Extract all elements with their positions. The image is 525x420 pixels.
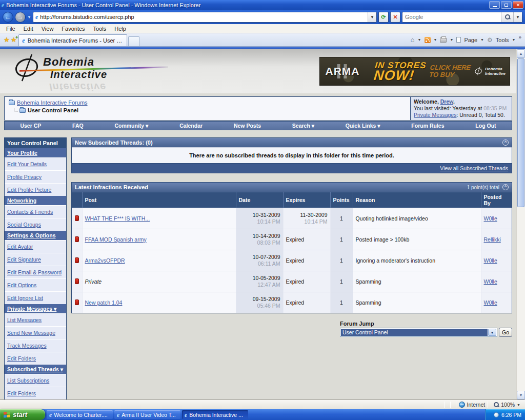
print-dropdown-icon[interactable]: ▼ [450,38,453,42]
sidebar-section-networking[interactable]: Networking [5,196,66,205]
sidebar-item-social-groups[interactable]: Social Groups [5,218,66,231]
tray-volume-icon[interactable] [494,412,499,417]
history-dropdown-icon[interactable]: ▼ [27,15,31,19]
sidebar-section-settings-options[interactable]: Settings & Options [5,231,66,240]
nav-search[interactable]: Search ▾ [292,123,314,129]
sidebar-item-edit-signature[interactable]: Edit Signature [5,253,66,266]
posted-by-link[interactable]: W0lle [484,299,497,306]
tools-menu-button[interactable]: Tools [496,37,509,43]
address-dropdown-button[interactable]: ▼ [368,12,376,22]
sidebar-item-edit-folders-sub[interactable]: Edit Folders [5,387,66,399]
scroll-up-button[interactable]: ▲ [517,49,525,58]
vertical-scrollbar[interactable]: ▲ ▼ [516,49,525,399]
url-text[interactable]: http://forums.bistudio.com/usercp.php [40,14,366,20]
sidebar-item-edit-ignore-list[interactable]: Edit Ignore List [5,291,66,304]
menu-file[interactable]: File [2,26,19,32]
taskbar-item-arma-video[interactable]: eArma II User Video T... [114,410,180,419]
page-dropdown-icon[interactable]: ▼ [480,38,484,42]
posted-by-link[interactable]: Rellikki [484,236,501,243]
sidebar-item-contacts-friends[interactable]: Contacts & Friends [5,205,66,218]
forward-button[interactable]: → [15,12,26,23]
search-input[interactable] [402,14,501,20]
tools-dropdown-icon[interactable]: ▼ [512,38,516,42]
home-dropdown-icon[interactable]: ▼ [418,38,421,42]
nav-newposts[interactable]: New Posts [234,123,261,129]
sidebar-section-your-profile[interactable]: Your Profile [5,148,66,157]
scroll-down-button[interactable]: ▼ [517,391,525,399]
restore-button[interactable] [501,1,512,9]
taskbar-item-bohemia[interactable]: eBohemia Interactive ... [182,410,248,419]
zoom-control[interactable]: 100% ▼ [491,402,523,408]
posted-by-link[interactable]: W0lle [484,257,497,264]
start-button[interactable]: start [0,409,45,420]
posted-by-link[interactable]: W0lle [484,278,497,285]
sidebar-section-private-messages[interactable]: Private Messages ▾ [5,304,66,313]
taskbar-item-charter[interactable]: eWelcome to Charter.... [47,410,113,419]
post-link[interactable]: FFAA MOD Spanish army [85,236,147,243]
menu-help[interactable]: Help [110,26,130,32]
tab-active[interactable]: e Bohemia Interactive Forums - User Cont… [18,34,127,46]
scrollbar-thumb[interactable] [517,58,524,207]
sidebar-item-edit-profile-picture[interactable]: Edit Profile Picture [5,183,66,196]
favicon-icon: e [35,14,38,20]
private-messages-link[interactable]: Private Messages [414,112,456,118]
post-link[interactable]: New patch 1.04 [85,299,123,306]
username-link[interactable]: Drew [440,98,453,105]
toolbar-overflow-icon[interactable]: » [518,34,521,40]
post-link[interactable]: WHAT THE F*** IS WITH... [85,215,150,222]
sidebar-item-track-messages[interactable]: Track Messages [5,339,66,352]
search-dropdown-button[interactable]: ▼ [513,12,522,22]
nav-usercp[interactable]: User CP [20,123,41,129]
zoom-dropdown-icon[interactable]: ▼ [517,403,520,407]
print-icon[interactable] [440,37,447,43]
go-button[interactable]: Go [499,328,512,337]
nav-calendar[interactable]: Calendar [179,123,203,129]
refresh-button[interactable]: ⟳ [378,12,389,23]
sidebar-item-edit-folders-pm[interactable]: Edit Folders [5,352,66,365]
add-favorite-icon[interactable]: ★ [11,36,17,44]
posted-by-link[interactable]: W0lle [484,215,497,222]
sidebar-item-list-messages[interactable]: List Messages [5,313,66,326]
new-tab-button[interactable] [128,36,139,46]
search-box[interactable]: ▼ [402,12,522,23]
sidebar-item-list-subscriptions[interactable]: List Subscriptions [5,374,66,387]
minimize-button[interactable] [489,1,500,9]
sidebar-item-edit-details[interactable]: Edit Your Details [5,157,66,170]
view-all-subscribed-link[interactable]: View all Subscribed Threads [440,165,508,171]
menu-favorites[interactable]: Favorites [57,26,89,32]
sidebar-item-profile-privacy[interactable]: Profile Privacy [5,170,66,183]
nav-logout[interactable]: Log Out [475,123,496,129]
home-icon[interactable]: ⌂ [411,36,415,44]
chevron-down-icon[interactable]: ▼ [488,329,496,336]
page-menu-button[interactable]: Page [464,37,477,43]
search-button[interactable] [501,12,513,22]
site-logo[interactable]: Bohemia Interactive [13,53,107,82]
close-button[interactable]: ✕ [513,1,523,9]
collapse-icon[interactable]: ^ [502,184,509,190]
nav-quicklinks[interactable]: Quick Links ▾ [346,123,380,129]
nav-forumrules[interactable]: Forum Rules [411,123,444,129]
collapse-icon[interactable]: ^ [502,139,509,146]
sidebar-item-edit-options[interactable]: Edit Options [5,278,66,291]
nav-faq[interactable]: FAQ [72,123,84,129]
address-field[interactable]: e http://forums.bistudio.com/usercp.php … [33,12,377,23]
arma2-banner-ad[interactable]: II ARMA IN STORES NOW! CLICK HERE TO BUY [319,57,510,86]
stop-button[interactable]: ✕ [390,12,400,23]
sidebar-item-edit-avatar[interactable]: Edit Avatar [5,240,66,253]
rss-icon[interactable] [425,37,431,43]
post-link[interactable]: Arma2vsOFPDR [85,257,125,264]
rss-dropdown-icon[interactable]: ▼ [434,38,437,42]
sidebar-section-subscribed-threads[interactable]: Subscribed Threads ▾ [5,365,66,374]
sidebar-item-edit-email-password[interactable]: Edit Email & Password [5,266,66,278]
subscribed-threads-panel: New Subscribed Threads: (0) ^ There are … [71,137,512,173]
favorites-star-icon[interactable]: ★ [4,36,10,44]
scrollbar-track[interactable] [517,208,525,391]
forum-jump-select[interactable]: User Control Panel ▼ [340,328,497,337]
menu-edit[interactable]: Edit [19,26,37,32]
breadcrumb-root-link[interactable]: Bohemia Interactive Forums [17,99,88,107]
menu-view[interactable]: View [37,26,58,32]
sidebar-item-send-new-message[interactable]: Send New Message [5,326,66,339]
back-button[interactable]: ← [3,12,13,23]
nav-community[interactable]: Community ▾ [114,123,148,129]
menu-tools[interactable]: Tools [89,26,111,32]
